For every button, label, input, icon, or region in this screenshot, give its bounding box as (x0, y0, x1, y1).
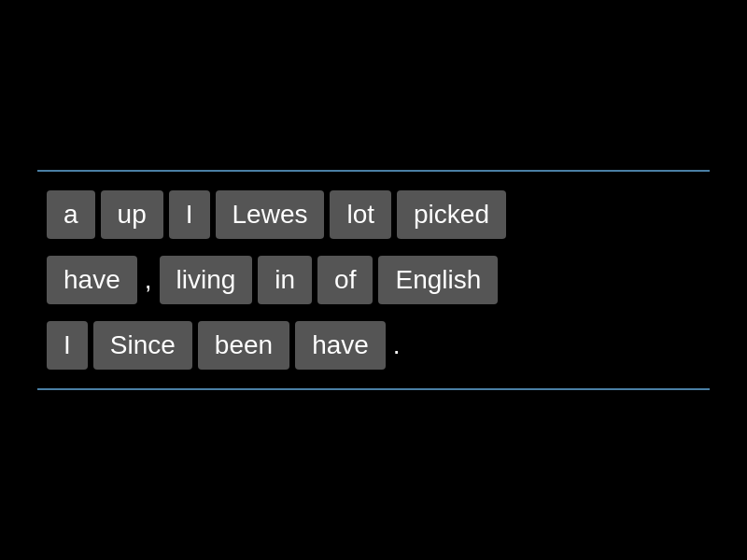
word-puzzle-container: aupILeweslotpickedhave,livinginofEnglish… (37, 170, 710, 390)
word-tile-1-1[interactable]: a (47, 190, 95, 239)
word-tile-2-1[interactable]: have (47, 256, 137, 304)
word-tile-3-4[interactable]: have (295, 321, 386, 370)
word-row-3: ISincebeenhave. (47, 321, 700, 370)
word-row-1: aupILeweslotpicked (47, 190, 700, 239)
word-tile-2-3[interactable]: living (160, 256, 253, 304)
word-tile-2-5[interactable]: of (317, 256, 373, 304)
word-tile-1-4[interactable]: Lewes (216, 190, 325, 239)
word-tile-3-3[interactable]: been (198, 321, 289, 370)
punctuation-3-5: . (391, 330, 402, 360)
word-tile-3-2[interactable]: Since (93, 321, 192, 370)
punctuation-2-2: , (143, 265, 154, 295)
word-tile-3-1[interactable]: I (47, 321, 88, 370)
word-tile-1-6[interactable]: picked (397, 190, 506, 239)
word-tile-2-6[interactable]: English (378, 256, 498, 304)
word-row-2: have,livinginofEnglish (47, 256, 700, 304)
word-tile-2-4[interactable]: in (258, 256, 312, 304)
word-tile-1-3[interactable]: I (169, 190, 210, 239)
word-tile-1-5[interactable]: lot (330, 190, 391, 239)
word-tile-1-2[interactable]: up (101, 190, 163, 239)
